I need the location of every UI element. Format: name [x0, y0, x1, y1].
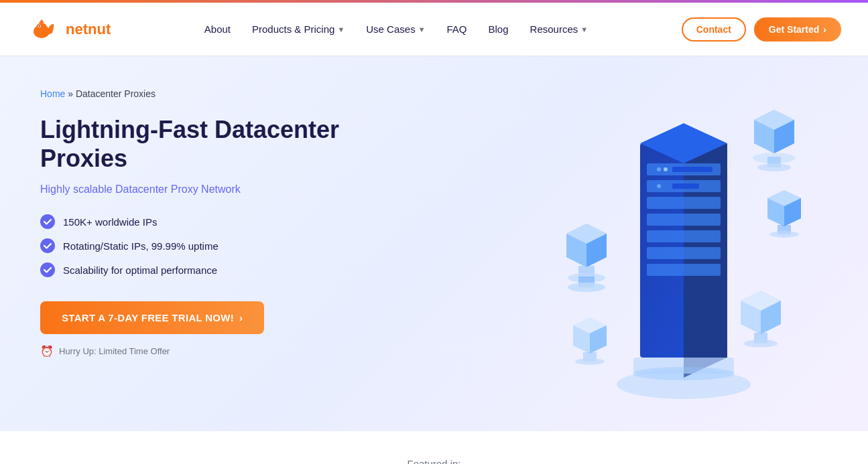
- nav-use-cases[interactable]: Use Cases ▼: [366, 23, 425, 35]
- svg-rect-14: [647, 197, 721, 209]
- feature-list: 150K+ worldwide IPs Rotating/Static IPs,…: [40, 214, 389, 277]
- nav-blog[interactable]: Blog: [489, 23, 509, 35]
- svg-rect-16: [647, 230, 721, 242]
- header-actions: Contact Get Started ›: [682, 17, 841, 42]
- svg-marker-11: [684, 143, 727, 378]
- nav-resources[interactable]: Resources ▼: [530, 23, 588, 35]
- nav-faq[interactable]: FAQ: [447, 23, 467, 35]
- svg-point-36: [744, 339, 778, 347]
- hero-subtitle: Highly scalable Datacenter Proxy Network: [40, 183, 389, 196]
- use-cases-chevron-icon: ▼: [418, 25, 426, 33]
- featured-section: Featured in: techradar. MarketWatch yaho…: [0, 431, 868, 464]
- feature-item-3: Scalability for optimal performance: [40, 262, 389, 277]
- breadcrumb-separator: »: [68, 88, 76, 99]
- svg-point-30: [757, 163, 791, 171]
- svg-point-20: [664, 167, 668, 171]
- hero-content: Home » Datacenter Proxies Lightning-Fast…: [40, 88, 389, 358]
- feature-item-2: Rotating/Static IPs, 99.99% uptime: [40, 238, 389, 253]
- checkmark-icon-2: [40, 238, 55, 253]
- main-header: netnut About Products & Pricing ▼ Use Ca…: [0, 3, 868, 56]
- svg-rect-18: [647, 264, 721, 276]
- featured-label: Featured in:: [40, 458, 828, 464]
- hero-title: Lightning-Fast Datacenter Proxies: [40, 115, 389, 173]
- svg-rect-17: [647, 247, 721, 259]
- arrow-right-icon: ›: [823, 24, 826, 35]
- arrow-right-icon: ›: [239, 312, 243, 323]
- svg-point-58: [633, 367, 735, 380]
- feature-item-1: 150K+ worldwide IPs: [40, 214, 389, 229]
- breadcrumb: Home » Datacenter Proxies: [40, 88, 389, 99]
- contact-button[interactable]: Contact: [682, 17, 746, 42]
- logo-text: netnut: [66, 21, 111, 38]
- hurry-up-notice: ⏰ Hurry Up: Limited Time Offer: [40, 345, 389, 358]
- svg-point-44: [568, 283, 605, 292]
- svg-point-56: [769, 231, 799, 238]
- svg-point-50: [575, 358, 605, 365]
- main-nav: About Products & Pricing ▼ Use Cases ▼ F…: [204, 23, 588, 35]
- checkmark-icon-1: [40, 214, 55, 229]
- breadcrumb-current: Datacenter Proxies: [76, 88, 156, 99]
- server-svg: [493, 56, 868, 431]
- hero-section: Home » Datacenter Proxies Lightning-Fast…: [0, 56, 868, 431]
- svg-rect-22: [672, 167, 712, 172]
- nav-about[interactable]: About: [204, 23, 231, 35]
- svg-point-4: [39, 25, 40, 27]
- server-illustration: [493, 56, 868, 431]
- trial-button[interactable]: START A 7-DAY FREE TRIAL NOW! ›: [40, 301, 264, 334]
- resources-chevron-icon: ▼: [580, 25, 588, 33]
- svg-point-6: [40, 238, 55, 253]
- get-started-button[interactable]: Get Started ›: [754, 17, 841, 42]
- products-chevron-icon: ▼: [337, 25, 345, 33]
- svg-point-5: [40, 214, 55, 229]
- svg-point-19: [657, 167, 661, 171]
- svg-point-21: [657, 184, 661, 188]
- checkmark-icon-3: [40, 262, 55, 277]
- clock-icon: ⏰: [40, 345, 54, 358]
- svg-rect-23: [672, 183, 699, 189]
- logo[interactable]: netnut: [27, 13, 111, 46]
- svg-point-7: [40, 262, 55, 277]
- svg-point-2: [36, 23, 47, 32]
- svg-rect-15: [647, 214, 721, 226]
- breadcrumb-home[interactable]: Home: [40, 88, 65, 99]
- nav-products-pricing[interactable]: Products & Pricing ▼: [252, 23, 345, 35]
- logo-icon: [27, 13, 60, 46]
